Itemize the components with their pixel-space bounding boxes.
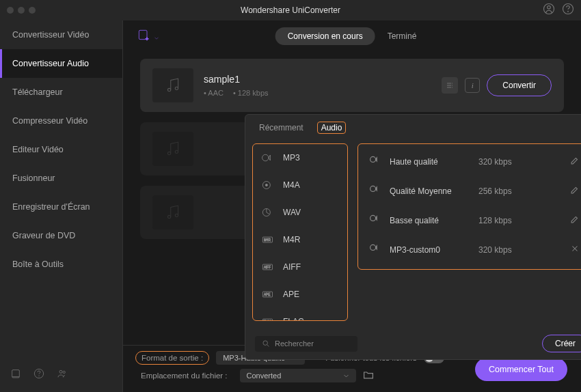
svg-text:FLAC: FLAC: [263, 320, 272, 321]
maximize-dot[interactable]: [29, 7, 36, 14]
format-flac[interactable]: FLACFLAC: [253, 308, 347, 321]
sidebar-item-video-converter[interactable]: Convertisseur Vidéo: [0, 20, 122, 49]
svg-point-7: [63, 371, 65, 373]
info-button[interactable]: i: [465, 78, 480, 93]
settings-button[interactable]: [442, 77, 458, 94]
sidebar-item-video-compressor[interactable]: Compresseur Vidéo: [0, 107, 122, 135]
sidebar-item-merger[interactable]: Fusionneur: [0, 164, 122, 193]
start-all-button[interactable]: Commencer Tout: [475, 358, 567, 381]
toolbar: Conversion en cours Terminé: [123, 20, 581, 52]
guide-icon[interactable]: [10, 368, 21, 382]
svg-point-14: [175, 214, 178, 216]
svg-point-11: [167, 152, 170, 154]
minimize-dot[interactable]: [18, 7, 25, 14]
svg-text:M4R: M4R: [264, 238, 271, 242]
create-button[interactable]: Créer: [542, 335, 581, 352]
account-icon[interactable]: [543, 3, 555, 18]
format-m4r[interactable]: M4RM4R: [253, 226, 347, 253]
sidebar: Convertisseur Vidéo Convertisseur Audio …: [0, 20, 123, 392]
svg-text:AIFF: AIFF: [264, 266, 271, 269]
add-file-button[interactable]: [137, 28, 160, 44]
svg-point-13: [167, 215, 170, 218]
help-icon[interactable]: [33, 368, 44, 382]
format-m4a[interactable]: M4A: [253, 171, 347, 199]
location-select[interactable]: Converted: [240, 369, 356, 382]
svg-point-1: [548, 6, 551, 10]
output-format-label: Format de sortie :: [135, 351, 209, 365]
svg-point-12: [175, 150, 178, 153]
format-ape[interactable]: APEAPE: [253, 281, 347, 308]
svg-point-28: [370, 186, 376, 191]
svg-point-10: [175, 87, 178, 89]
svg-point-29: [370, 215, 376, 221]
format-wav[interactable]: WAV: [253, 199, 347, 226]
svg-point-17: [265, 184, 267, 186]
file-thumbnail: [152, 195, 193, 229]
convert-button[interactable]: Convertir: [487, 74, 552, 96]
sidebar-item-video-editor[interactable]: Editeur Vidéo: [0, 135, 122, 164]
location-label: Emplacement du fichier :: [135, 369, 233, 382]
svg-text:APE: APE: [264, 293, 270, 296]
svg-point-27: [370, 156, 376, 162]
svg-point-6: [59, 370, 62, 373]
window-controls[interactable]: [7, 7, 36, 14]
format-popup: Récemment Audio MP3 M4A WAV M4RM4R AIFFA…: [245, 114, 581, 360]
format-aiff[interactable]: AIFFAIFF: [253, 253, 347, 281]
svg-rect-8: [139, 30, 147, 39]
svg-point-9: [167, 88, 170, 91]
format-mp3[interactable]: MP3: [253, 144, 347, 171]
tab-converting[interactable]: Conversion en cours: [275, 27, 375, 45]
edit-icon[interactable]: [570, 214, 580, 226]
open-folder-button[interactable]: [363, 369, 374, 382]
sidebar-item-toolbox[interactable]: Boîte à Outils: [0, 250, 122, 279]
quality-low[interactable]: Basse qualité 128 kbps: [358, 206, 581, 235]
search-placeholder: Rechercher: [275, 339, 314, 348]
svg-point-30: [370, 244, 376, 250]
app-title: Wondershare UniConverter: [241, 5, 340, 15]
svg-point-31: [263, 340, 268, 345]
quality-custom[interactable]: MP3-custom0 320 kbps: [358, 235, 581, 264]
format-list: MP3 M4A WAV M4RM4R AIFFAIFF APEAPE FLACF…: [252, 143, 348, 321]
file-bitrate: 128 kbps: [238, 89, 269, 97]
quality-high[interactable]: Haute qualité 320 kbps: [358, 147, 581, 176]
delete-icon[interactable]: [570, 244, 580, 255]
file-card: sample1 • AAC • 128 kbps i Convertir: [140, 59, 564, 112]
sidebar-item-dvd-burner[interactable]: Graveur de DVD: [0, 221, 122, 250]
svg-point-3: [568, 11, 569, 12]
svg-point-15: [262, 154, 269, 160]
search-input[interactable]: Rechercher: [255, 336, 357, 352]
sidebar-item-audio-converter[interactable]: Convertisseur Audio: [0, 49, 122, 78]
file-name: sample1: [204, 74, 431, 85]
titlebar: Wondershare UniConverter: [0, 0, 581, 20]
edit-icon[interactable]: [570, 156, 580, 167]
contacts-icon[interactable]: [57, 368, 68, 382]
quality-list: Haute qualité 320 kbps Qualité Moyenne 2…: [357, 143, 581, 270]
svg-rect-25: [262, 319, 272, 321]
sidebar-item-downloader[interactable]: Téléchargeur: [0, 78, 122, 107]
popup-tab-recent[interactable]: Récemment: [255, 122, 308, 134]
popup-tab-audio[interactable]: Audio: [317, 122, 347, 134]
file-format: AAC: [208, 89, 224, 97]
file-thumbnail: [152, 68, 193, 102]
tab-finished[interactable]: Terminé: [375, 27, 429, 45]
sidebar-item-screen-recorder[interactable]: Enregistreur d'Écran: [0, 193, 122, 221]
close-dot[interactable]: [7, 7, 14, 14]
edit-icon[interactable]: [570, 185, 580, 197]
file-thumbnail: [152, 132, 193, 166]
quality-medium[interactable]: Qualité Moyenne 256 kbps: [358, 176, 581, 206]
feedback-icon[interactable]: [562, 3, 574, 18]
svg-point-5: [39, 376, 40, 376]
